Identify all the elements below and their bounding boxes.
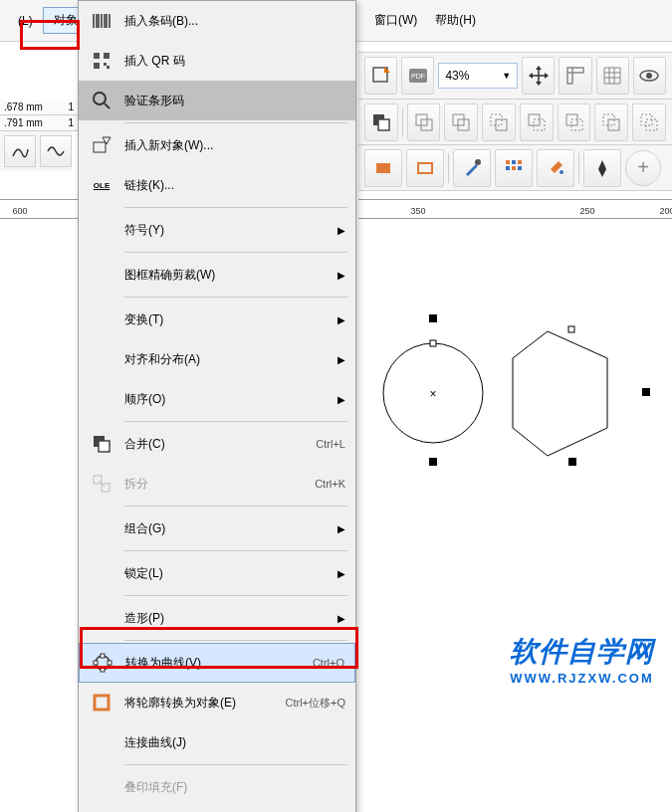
handle[interactable] <box>568 458 576 466</box>
svg-rect-26 <box>518 160 522 164</box>
ole-icon: OLE <box>89 172 114 198</box>
magnify-icon <box>89 88 114 113</box>
menu-window[interactable]: 窗口(W) <box>374 12 417 29</box>
coord-x: .678 mm 1 <box>0 100 78 115</box>
menu-help[interactable]: 帮助(H) <box>435 12 476 29</box>
mi-verify-barcode[interactable]: 验证条形码 <box>79 81 355 120</box>
mi-to-curve[interactable]: 转换为曲线(V)Ctrl+Q <box>79 643 355 683</box>
pdf-icon[interactable]: PDF <box>401 57 434 95</box>
boundary-icon[interactable] <box>632 103 666 141</box>
separator <box>578 153 579 183</box>
toolbar-row-1: PDF 43%▼ <box>358 52 672 100</box>
fill-rect-icon[interactable] <box>364 149 402 187</box>
mi-lock[interactable]: 锁定(L)▶ <box>79 553 355 593</box>
handle[interactable] <box>429 458 437 466</box>
watermark-url: WWW.RJZXW.COM <box>510 671 654 686</box>
svg-point-30 <box>560 170 563 174</box>
front-minus-back-icon[interactable] <box>558 103 591 141</box>
svg-text:PDF: PDF <box>411 73 425 80</box>
move-icon[interactable] <box>522 57 555 95</box>
canvas-shapes: × <box>373 308 662 478</box>
mi-transform[interactable]: 变换(T)▶ <box>79 300 355 339</box>
handle[interactable] <box>642 388 650 396</box>
submenu-arrow-icon: ▶ <box>337 314 345 325</box>
separator <box>124 764 347 765</box>
svg-rect-46 <box>108 661 112 665</box>
ruler-tick-250: 250 <box>579 206 594 216</box>
mi-frame-crop[interactable]: 图框精确剪裁(W)▶ <box>79 255 355 295</box>
svg-rect-39 <box>99 441 110 452</box>
eyedropper-icon[interactable] <box>453 149 491 187</box>
watermark-title: 软件自学网 <box>510 633 654 671</box>
svg-rect-24 <box>506 160 510 164</box>
side-tools <box>0 131 36 171</box>
submenu-arrow-icon: ▶ <box>337 354 345 365</box>
mi-outline-to-obj[interactable]: 将轮廓转换为对象(E)Ctrl+位移+Q <box>79 683 355 722</box>
zoom-combo[interactable]: 43%▼ <box>438 63 518 89</box>
separator <box>124 550 347 551</box>
trim-icon[interactable] <box>482 103 516 141</box>
svg-rect-29 <box>518 166 522 170</box>
eye-icon[interactable] <box>633 57 666 95</box>
svg-rect-33 <box>94 63 100 69</box>
mi-symbol[interactable]: 符号(Y)▶ <box>79 210 355 250</box>
union-icon[interactable] <box>407 103 441 141</box>
plus-icon: + <box>637 156 649 179</box>
svg-point-23 <box>475 159 481 165</box>
back-minus-front-icon[interactable] <box>594 103 628 141</box>
mi-split: 拆分Ctrl+K <box>79 464 355 504</box>
mi-insert-qr[interactable]: 插入 QR 码 <box>79 41 355 81</box>
submenu-arrow-icon: ▶ <box>337 568 345 579</box>
handle-node[interactable] <box>430 340 436 346</box>
paintbucket-icon[interactable] <box>537 149 574 187</box>
side-tools-2 <box>36 131 72 171</box>
mi-order[interactable]: 顺序(O)▶ <box>79 379 355 419</box>
mi-links[interactable]: OLE 链接(K)... <box>79 165 355 205</box>
split-icon <box>89 471 114 497</box>
combine-icon <box>89 431 114 457</box>
outline-rect-icon[interactable] <box>406 149 444 187</box>
mi-insert-barcode[interactable]: 插入条码(B)... <box>79 1 355 41</box>
svg-rect-44 <box>101 668 105 672</box>
toolbar-row-3: + <box>358 145 672 191</box>
separator <box>124 122 347 123</box>
export-icon[interactable] <box>364 57 397 95</box>
add-round-icon[interactable]: + <box>625 150 661 186</box>
hexagon-shape[interactable] <box>513 331 607 456</box>
menubar-right: 窗口(W) 帮助(H) <box>374 12 476 29</box>
mi-group[interactable]: 组合(G)▶ <box>79 508 355 548</box>
ruler-tick-200: 200 <box>659 206 672 216</box>
submenu-arrow-icon: ▶ <box>337 270 345 281</box>
handle-node[interactable] <box>568 326 574 332</box>
svg-rect-6 <box>378 119 389 130</box>
svg-rect-25 <box>512 160 516 164</box>
mi-overprint-outline: 叠印轮廓 <box>79 807 355 812</box>
ruler-tick-350: 350 <box>410 206 425 216</box>
mi-shape[interactable]: 造形(P)▶ <box>79 598 355 638</box>
simplify-icon[interactable] <box>520 103 554 141</box>
svg-rect-27 <box>506 166 510 170</box>
mi-join-curve[interactable]: 连接曲线(J) <box>79 722 355 762</box>
separator <box>124 506 347 507</box>
pattern-icon[interactable] <box>495 149 533 187</box>
mi-insert-object[interactable]: 插入新对象(W)... <box>79 125 355 165</box>
separator <box>124 421 347 422</box>
freehand-icon[interactable] <box>4 135 36 167</box>
submenu-arrow-icon: ▶ <box>337 613 345 624</box>
separator <box>124 252 347 253</box>
overlap-front-icon[interactable] <box>364 103 398 141</box>
separator <box>448 153 449 183</box>
object-menu-dropdown: 插入条码(B)... 插入 QR 码 验证条形码 插入新对象(W)... OLE… <box>78 0 356 812</box>
menu-layout[interactable]: (L) <box>8 10 43 32</box>
ruler-icon[interactable] <box>559 57 591 95</box>
mi-combine[interactable]: 合并(C)Ctrl+L <box>79 424 355 464</box>
svg-rect-35 <box>107 66 110 69</box>
handle[interactable] <box>429 314 437 322</box>
grid-icon[interactable] <box>596 57 629 95</box>
separator <box>124 297 347 298</box>
svg-rect-37 <box>94 142 106 152</box>
pen-icon[interactable] <box>583 149 621 187</box>
mi-align[interactable]: 对齐和分布(A)▶ <box>79 339 355 379</box>
wave-icon[interactable] <box>40 135 72 167</box>
intersect-icon[interactable] <box>444 103 478 141</box>
